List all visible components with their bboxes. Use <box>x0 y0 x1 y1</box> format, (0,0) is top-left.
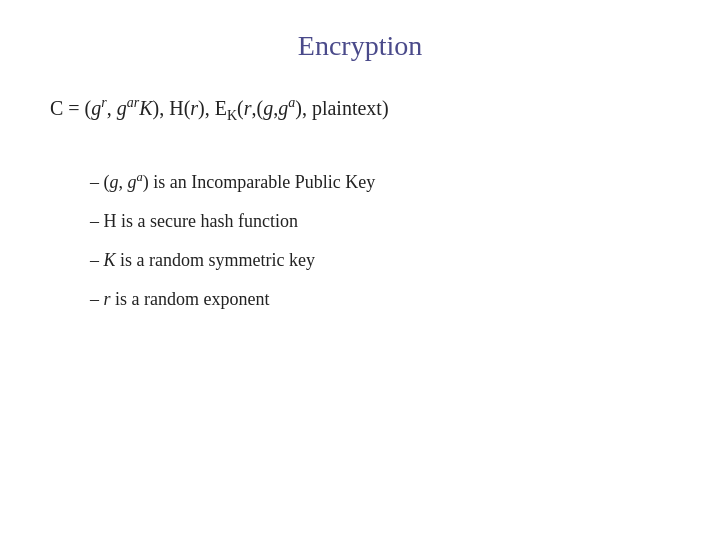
main-formula: C = (gr, garK), H(r), EK(r,(g,ga), plain… <box>50 92 670 127</box>
bullet-item-4: r is a random exponent <box>90 285 670 314</box>
bullet-item-2: H is a secure hash function <box>90 207 670 236</box>
bullet-item-1: (g, ga) is an Incomparable Public Key <box>90 167 670 197</box>
slide-title: Encryption <box>50 30 670 62</box>
bullet-item-3: K is a random symmetric key <box>90 246 670 275</box>
formula-text: C = (gr, garK), H(r), EK(r,(g,ga), plain… <box>50 97 389 119</box>
bullet-list: (g, ga) is an Incomparable Public Key H … <box>50 167 670 313</box>
slide-container: Encryption C = (gr, garK), H(r), EK(r,(g… <box>0 0 720 540</box>
